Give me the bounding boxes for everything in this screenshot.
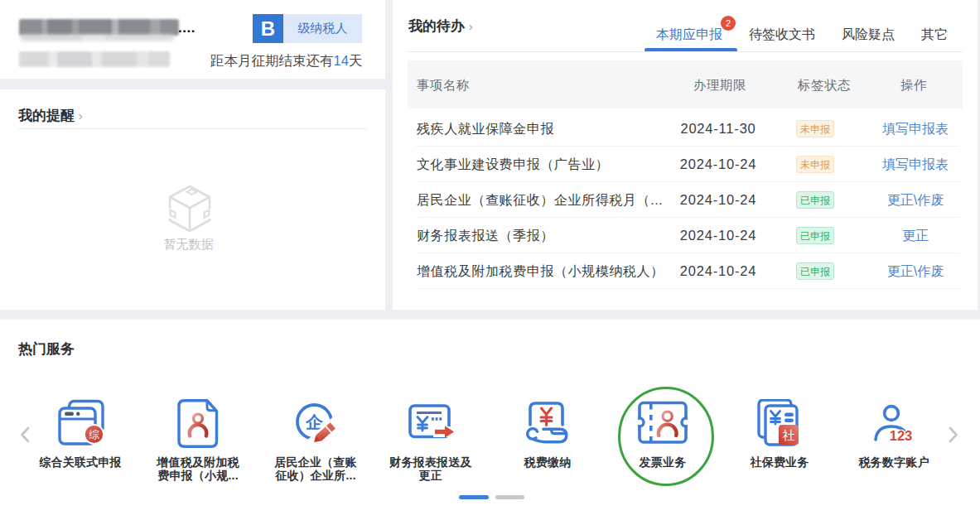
svg-text:社: 社 [783,428,795,442]
svg-text:123: 123 [890,428,913,443]
svg-text:综: 综 [89,429,99,441]
